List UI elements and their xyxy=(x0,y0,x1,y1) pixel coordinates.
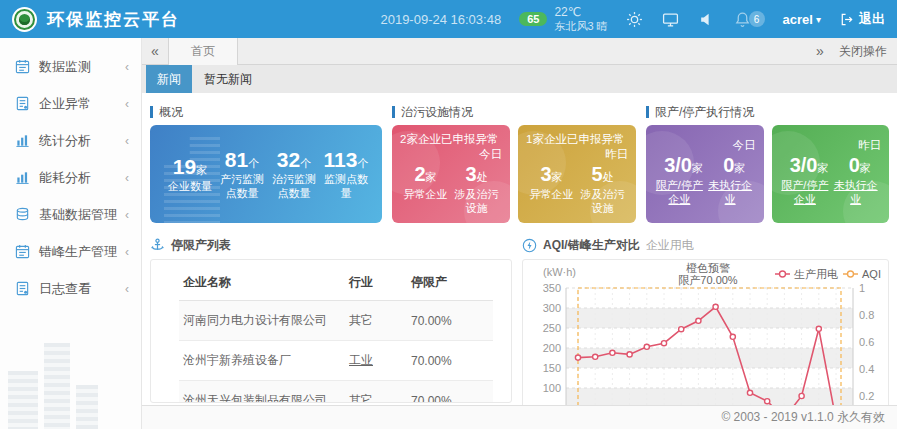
restriction-percent-cell: 70.00% xyxy=(407,341,493,381)
chevron-left-icon: ‹ xyxy=(125,208,129,222)
company-name-cell: 河南同力电力设计有限公司 xyxy=(179,301,345,341)
column-industry: 行业 xyxy=(345,264,407,301)
bar-chart-icon xyxy=(15,170,30,185)
dashboard-panels: 概况 19家 企业数量 81个 产污监测点数量 xyxy=(142,93,897,405)
production-list-title: 停限产列表 xyxy=(150,235,512,255)
sun-weather-icon[interactable] xyxy=(626,10,644,28)
restriction-section-title: 限产/停产执行情况 xyxy=(646,103,889,121)
page-title: 环保监控云平台 xyxy=(47,8,180,31)
tab-home[interactable]: 首页 xyxy=(168,38,238,65)
user-menu[interactable]: acrel ▾ xyxy=(783,12,821,27)
lightning-circle-icon xyxy=(522,238,537,253)
section-bar-icon xyxy=(646,106,649,118)
sidebar-item-label: 错峰生产管理 xyxy=(39,243,117,261)
datetime-display: 2019-09-24 16:03:48 xyxy=(380,12,501,27)
bar-chart-icon xyxy=(15,133,30,148)
logout-label: 退出 xyxy=(859,10,885,28)
sidebar-item-energy-analysis[interactable]: 能耗分析 ‹ xyxy=(0,159,141,196)
wind-weather-label: 东北风3 晴 xyxy=(554,20,607,34)
table-row: 河南同力电力设计有限公司 其它 70.00% xyxy=(179,301,493,341)
production-list-card: 企业名称 行业 停限产 河南同力电力设计有限公司 其它 xyxy=(150,259,512,403)
svg-text:100: 100 xyxy=(543,382,561,394)
industry-link-cell[interactable]: 工业 xyxy=(345,341,407,381)
svg-text:(kW·h): (kW·h) xyxy=(543,266,576,278)
weather-widget: 65 22℃ 东北风3 晴 xyxy=(519,5,607,34)
copyright-label: © 2003 - 2019 v1.1.0 永久有效 xyxy=(721,409,885,426)
svg-text:150: 150 xyxy=(543,362,561,374)
treatment-card-today: 2家企业已申报异常 今日 2家 3处 异常企业 涉及治污设施 xyxy=(392,125,510,223)
restricted-companies-link[interactable]: 限产/停产企业 xyxy=(780,178,831,207)
chart-subtitle: 企业用电 xyxy=(646,237,694,254)
table-row: 沧州天兴包装制品有限公司 其它 70.00% xyxy=(179,381,493,404)
calendar-icon xyxy=(15,244,30,259)
sidebar-item-label: 数据监测 xyxy=(39,58,91,76)
svg-text:350: 350 xyxy=(543,282,561,294)
sidebar-buildings-watermark xyxy=(0,329,140,429)
restriction-percent-cell: 70.00% xyxy=(407,301,493,341)
production-list-table: 企业名称 行业 停限产 河南同力电力设计有限公司 其它 xyxy=(179,264,493,403)
section-bar-icon xyxy=(392,106,395,118)
news-badge[interactable]: 新闻 xyxy=(146,65,192,93)
sidebar-item-base-data[interactable]: 基础数据管理 ‹ xyxy=(0,196,141,233)
stat-treatment-points: 32个 治污监测点数量 xyxy=(268,148,320,201)
temperature-label: 22℃ xyxy=(554,5,607,20)
news-bar: 新闻 暂无新闻 xyxy=(142,65,897,93)
close-operations-menu[interactable]: 关闭操作 xyxy=(833,43,897,60)
notifications-button[interactable]: 6 xyxy=(734,10,765,28)
tab-scroll-left-icon[interactable]: « xyxy=(142,43,168,59)
sidebar-item-label: 能耗分析 xyxy=(39,169,91,187)
svg-text:橙色预警: 橙色预警 xyxy=(686,262,730,274)
table-header-row: 企业名称 行业 停限产 xyxy=(179,264,493,301)
company-name-cell: 沧州天兴包装制品有限公司 xyxy=(179,381,345,404)
industry-cell: 其它 xyxy=(345,301,407,341)
chevron-left-icon: ‹ xyxy=(125,282,129,296)
sidebar-item-label: 基础数据管理 xyxy=(39,206,117,224)
tab-scroll-right-icon[interactable]: » xyxy=(807,43,833,59)
treatment-section-title: 治污设施情况 xyxy=(392,103,636,121)
restriction-card-today: 今日 3/0家 0家 限产/停产企业 未执行企业 xyxy=(646,125,764,223)
svg-text:0.2: 0.2 xyxy=(859,390,874,402)
app-logo-icon xyxy=(12,7,37,32)
news-message: 暂无新闻 xyxy=(192,65,264,93)
monitor-icon[interactable] xyxy=(662,10,680,28)
logout-button[interactable]: 退出 xyxy=(839,10,885,28)
speaker-icon[interactable] xyxy=(698,10,716,28)
username-label: acrel xyxy=(783,12,813,27)
column-company-name: 企业名称 xyxy=(179,264,345,301)
logout-icon xyxy=(839,12,854,27)
anchor-icon xyxy=(150,238,165,253)
calendar-icon xyxy=(15,59,30,74)
sidebar-item-statistics[interactable]: 统计分析 ‹ xyxy=(0,122,141,159)
restriction-percent-cell: 70.00% xyxy=(407,381,493,404)
stat-company-count: 19家 企业数量 xyxy=(164,155,216,194)
aqi-badge: 65 xyxy=(519,12,547,26)
sidebar-item-data-monitoring[interactable]: 数据监测 ‹ xyxy=(0,48,141,85)
sidebar-item-company-anomaly[interactable]: 企业异常 ‹ xyxy=(0,85,141,122)
notification-count-badge: 6 xyxy=(749,11,765,27)
chevron-down-icon: ▾ xyxy=(816,14,821,25)
app-window: 环保监控云平台 2019-09-24 16:03:48 65 22℃ 东北风3 … xyxy=(0,0,897,429)
sidebar-item-log-view[interactable]: 日志查看 ‹ xyxy=(0,270,141,307)
industry-cell: 其它 xyxy=(345,381,407,404)
sidebar-item-label: 企业异常 xyxy=(39,95,91,113)
non-executing-companies-link[interactable]: 未执行企业 xyxy=(830,178,881,207)
aqi-chart-card: 35030025020015010010.80.60.40.2(kW·h)橙色预… xyxy=(522,259,889,405)
footer-bar: © 2003 - 2019 v1.1.0 永久有效 xyxy=(142,405,897,429)
sidebar-item-offpeak-production[interactable]: 错峰生产管理 ‹ xyxy=(0,233,141,270)
svg-text:生产用电: 生产用电 xyxy=(794,268,838,280)
svg-text:1: 1 xyxy=(859,282,865,294)
stat-pollution-points: 81个 产污监测点数量 xyxy=(216,148,268,201)
company-name-cell: 沧州宇新养殖设备厂 xyxy=(179,341,345,381)
overview-section-title: 概况 xyxy=(150,103,382,121)
document-icon xyxy=(15,96,30,111)
document-icon xyxy=(15,281,30,296)
stat-monitor-points: 113个 监测点数量 xyxy=(320,148,372,201)
non-executing-companies-link[interactable]: 未执行企业 xyxy=(705,178,756,207)
sidebar-item-label: 统计分析 xyxy=(39,132,91,150)
restricted-companies-link[interactable]: 限产/停产企业 xyxy=(654,178,705,207)
svg-text:限产70.00%: 限产70.00% xyxy=(678,274,738,286)
chevron-left-icon: ‹ xyxy=(125,134,129,148)
sidebar-item-label: 日志查看 xyxy=(39,280,91,298)
column-restriction: 停限产 xyxy=(407,264,493,301)
section-bar-icon xyxy=(150,106,153,118)
